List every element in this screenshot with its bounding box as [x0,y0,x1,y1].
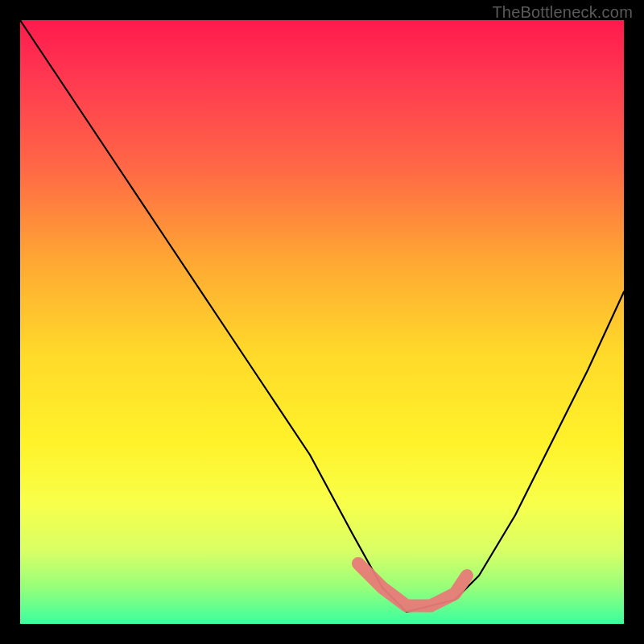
watermark-text: TheBottleneck.com [492,3,633,22]
chart-overlay [20,20,624,624]
optimal-range-highlight [358,564,467,606]
bottleneck-curve [20,20,624,612]
chart-frame: TheBottleneck.com [0,0,644,644]
